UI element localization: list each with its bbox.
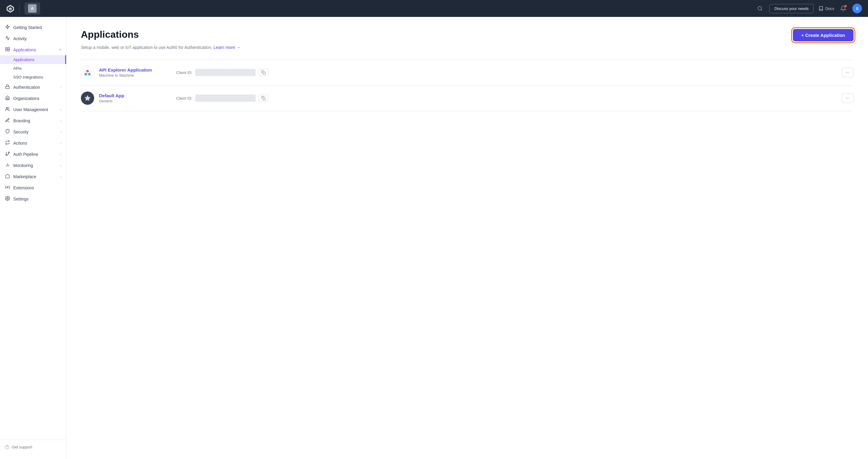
applications-icon	[5, 47, 10, 53]
default-app-type: Generic	[99, 99, 159, 103]
user-avatar[interactable]: S	[852, 4, 862, 13]
sidebar-item-monitoring[interactable]: Monitoring ›	[0, 160, 66, 171]
chevron-down-icon: ▾	[59, 48, 61, 52]
main-content: Applications + Create Application Setup …	[66, 17, 868, 459]
extensions-icon	[5, 185, 10, 191]
sidebar-item-authentication[interactable]: Authentication ›	[0, 82, 66, 93]
sidebar-sub-item-apis[interactable]: APIs	[0, 64, 66, 73]
marketplace-label: Marketplace	[13, 174, 36, 179]
sidebar-item-organizations[interactable]: Organizations	[0, 93, 66, 104]
support-icon	[5, 445, 9, 449]
sidebar-item-applications[interactable]: Applications ▾	[0, 44, 66, 55]
default-app-info: Default App Generic	[99, 93, 159, 103]
sidebar-item-getting-started[interactable]: Getting Started	[0, 22, 66, 33]
table-row: API Explorer Application Machine to Mach…	[81, 60, 854, 85]
actions-icon	[5, 140, 10, 146]
nav-divider	[19, 4, 20, 13]
svg-marker-25	[85, 95, 91, 101]
sidebar-item-settings[interactable]: Settings	[0, 193, 66, 204]
page-subtitle: Setup a mobile, web or IoT application t…	[81, 45, 854, 50]
sidebar: Getting Started Activity Applications ▾ …	[0, 17, 66, 459]
svg-point-15	[7, 198, 8, 199]
sidebar-item-branding[interactable]: Branding ›	[0, 115, 66, 126]
star-icon	[84, 94, 91, 102]
svg-rect-26	[263, 97, 266, 100]
docs-button[interactable]: Docs	[818, 6, 834, 11]
default-app-name[interactable]: Default App	[99, 93, 159, 98]
applications-sub-label: Applications	[13, 57, 34, 62]
sidebar-nav: Getting Started Activity Applications ▾ …	[0, 22, 66, 440]
apis-label: APIs	[13, 66, 22, 71]
copy-client-id-button-2[interactable]	[259, 94, 268, 102]
api-explorer-info: API Explorer Application Machine to Mach…	[99, 67, 159, 78]
api-explorer-icon	[81, 66, 94, 79]
chevron-right-icon-2: ›	[60, 108, 61, 111]
tenant-selector[interactable]: A	[25, 2, 40, 15]
client-id-label-1: Client ID:	[176, 70, 192, 75]
svg-point-10	[6, 154, 7, 155]
tenant-initial: A	[28, 4, 36, 13]
sso-label: SSO Integrations	[13, 75, 43, 79]
create-application-button[interactable]: + Create Application	[793, 29, 854, 41]
sidebar-sub-item-applications[interactable]: Applications	[0, 55, 66, 64]
sidebar-item-extensions[interactable]: Extensions	[0, 182, 66, 193]
sidebar-item-user-management[interactable]: User Management ›	[0, 104, 66, 115]
notification-badge	[844, 5, 847, 7]
copy-client-id-button-1[interactable]	[259, 69, 268, 76]
activity-icon	[5, 36, 10, 41]
pipeline-icon	[5, 151, 10, 157]
app-layout: Getting Started Activity Applications ▾ …	[0, 17, 868, 459]
actions-label: Actions	[13, 141, 27, 146]
monitoring-icon	[5, 163, 10, 168]
organizations-label: Organizations	[13, 96, 39, 101]
get-support-link[interactable]: Get support	[5, 445, 61, 449]
marketplace-icon	[5, 174, 10, 179]
sidebar-item-marketplace[interactable]: Marketplace ›	[0, 171, 66, 182]
subtitle-text: Setup a mobile, web or IoT application t…	[81, 45, 213, 50]
organizations-icon	[5, 95, 10, 101]
shield-icon	[5, 129, 10, 135]
svg-point-14	[7, 187, 8, 188]
client-id-value-2	[195, 94, 256, 102]
create-button-label: + Create Application	[801, 33, 845, 38]
svg-rect-4	[5, 50, 7, 51]
svg-rect-24	[263, 72, 266, 74]
api-explorer-name[interactable]: API Explorer Application	[99, 67, 159, 73]
security-label: Security	[13, 130, 29, 134]
sidebar-sub-item-sso[interactable]: SSO Integrations	[0, 73, 66, 82]
sidebar-bottom: Get support	[0, 440, 66, 454]
bolt-icon	[5, 25, 10, 30]
svg-rect-5	[8, 50, 9, 51]
svg-point-7	[6, 107, 7, 109]
sidebar-item-security[interactable]: Security ›	[0, 126, 66, 137]
get-support-label: Get support	[12, 445, 32, 449]
sidebar-item-activity[interactable]: Activity	[0, 33, 66, 44]
sidebar-item-actions[interactable]: Actions ›	[0, 137, 66, 149]
search-button[interactable]	[755, 4, 765, 13]
svg-rect-6	[6, 86, 9, 88]
user-icon	[5, 107, 10, 112]
chevron-right-icon-6: ›	[60, 152, 61, 156]
more-options-button-2[interactable]: ···	[842, 93, 854, 103]
copy-icon-1	[261, 70, 266, 75]
copy-icon-2	[261, 96, 266, 100]
discuss-needs-button[interactable]: Discuss your needs	[769, 4, 814, 13]
branding-label: Branding	[13, 118, 30, 123]
page-title: Applications	[81, 29, 139, 40]
notifications-button[interactable]	[839, 4, 847, 13]
sidebar-item-auth-pipeline[interactable]: Auth Pipeline ›	[0, 149, 66, 160]
more-options-button-1[interactable]: ···	[842, 68, 854, 77]
getting-started-label: Getting Started	[13, 25, 42, 30]
applications-list: API Explorer Application Machine to Mach…	[81, 59, 854, 111]
svg-point-9	[8, 152, 9, 153]
learn-more-link[interactable]: Learn more →	[213, 45, 240, 50]
settings-icon	[5, 196, 10, 202]
api-explorer-client-id-section: Client ID:	[176, 69, 837, 76]
logo[interactable]	[6, 4, 14, 13]
client-id-value-1	[195, 69, 256, 76]
svg-point-0	[758, 6, 762, 10]
user-management-label: User Management	[13, 107, 48, 112]
svg-rect-3	[8, 48, 9, 49]
auth-pipeline-label: Auth Pipeline	[13, 152, 38, 157]
page-header: Applications + Create Application	[81, 29, 854, 41]
